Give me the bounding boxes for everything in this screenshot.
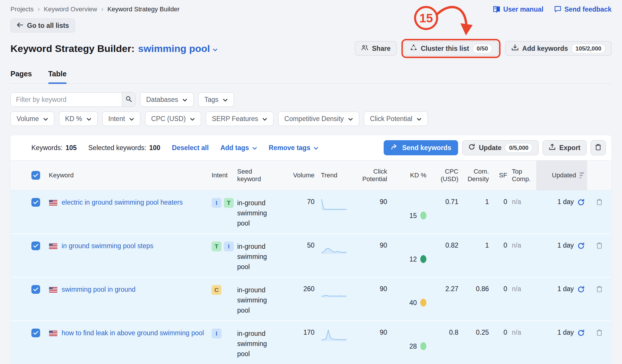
trend-sparkline — [321, 285, 347, 298]
seed-keyword: in-ground swimming pool — [237, 234, 287, 277]
row-checkbox[interactable] — [31, 198, 40, 207]
share-button[interactable]: Share — [355, 41, 397, 56]
col-header-intent[interactable]: Intent — [212, 161, 237, 190]
share-label: Share — [372, 45, 391, 53]
send-feedback-link[interactable]: Send feedback — [554, 6, 612, 13]
keyword-link[interactable]: how to find leak in above ground swimmin… — [62, 329, 204, 337]
intent-badges: TI — [212, 234, 237, 277]
sf-value: 0 — [489, 234, 507, 277]
filter-dropdown-databases[interactable]: Databases — [140, 92, 194, 107]
chevron-down-icon — [190, 115, 195, 123]
intent-badge-transactional: T — [212, 242, 221, 251]
remove-tags-dropdown[interactable]: Remove tags — [269, 144, 319, 152]
filter-dropdown-kd-[interactable]: KD % — [59, 111, 98, 126]
breadcrumb-item[interactable]: Keyword Strategy Builder — [108, 6, 180, 13]
col-header-top-comp[interactable]: Top Comp. — [507, 161, 536, 190]
top-comp-value: n/a — [507, 190, 536, 233]
chevron-down-icon — [86, 115, 92, 123]
row-refresh-icon[interactable] — [577, 199, 585, 208]
tab-pages[interactable]: Pages — [10, 70, 32, 83]
search-icon — [125, 95, 132, 104]
row-checkbox[interactable] — [31, 285, 40, 294]
filter-dropdown-serp-features[interactable]: SERP Features — [206, 111, 274, 126]
col-header-cpc[interactable]: CPC (USD) — [426, 161, 458, 190]
filter-dropdown-intent[interactable]: Intent — [102, 111, 141, 126]
add-tags-dropdown[interactable]: Add tags — [220, 144, 257, 152]
us-flag-icon — [49, 286, 58, 292]
col-header-updated[interactable]: Updated — [536, 161, 587, 190]
us-flag-icon — [49, 199, 58, 205]
col-header-volume[interactable]: Volume — [287, 161, 314, 190]
filter-dropdown-volume[interactable]: Volume — [10, 111, 54, 126]
title-row: Keyword Strategy Builder: swimming pool … — [10, 39, 612, 58]
keywords-selected: Selected keywords:100 — [88, 144, 160, 152]
chevron-down-icon — [313, 144, 319, 152]
send-feedback-label: Send feedback — [564, 6, 612, 13]
kd-value: 28 — [409, 343, 417, 350]
table-row: how to find leak in above ground swimmin… — [10, 321, 612, 364]
kd-dot — [420, 255, 426, 263]
delete-selected-button[interactable] — [591, 140, 606, 155]
add-keywords-button[interactable]: Add keywords 105/2,000 — [505, 41, 612, 56]
kd-cell: 15 — [387, 190, 426, 233]
list-name-dropdown[interactable]: swimming pool — [138, 43, 218, 54]
row-delete-button[interactable] — [587, 277, 612, 320]
breadcrumb-item[interactable]: Projects — [10, 6, 33, 13]
chevron-down-icon — [262, 115, 267, 123]
table-body: electric in ground swimming pool heaters… — [10, 190, 612, 364]
add-keywords-count-badge: 105/2,000 — [571, 44, 605, 53]
col-header-sf[interactable]: SF — [489, 161, 507, 190]
cpc-value: 0.82 — [426, 234, 458, 277]
top-comp-value: n/a — [507, 234, 536, 277]
intent-badge-transactional: T — [224, 198, 234, 208]
deselect-all-link[interactable]: Deselect all — [172, 144, 209, 152]
cluster-this-list-button[interactable]: Cluster this list 0/50 — [404, 41, 498, 56]
intent-badges: C — [212, 277, 237, 320]
col-header-kd[interactable]: KD % — [387, 161, 426, 190]
updated-value: 1 day — [557, 285, 574, 293]
seed-keyword: in-ground swimming pool — [237, 277, 287, 320]
keyword-filter — [10, 92, 135, 107]
row-refresh-icon[interactable] — [577, 329, 585, 338]
col-header-seed-keyword[interactable]: Seed keyword — [237, 161, 287, 190]
col-header-trend[interactable]: Trend — [314, 161, 352, 190]
send-keywords-label: Send keywords — [402, 144, 451, 152]
row-delete-button[interactable] — [587, 234, 612, 277]
row-checkbox[interactable] — [31, 242, 40, 250]
export-button[interactable]: Export — [543, 140, 587, 155]
keyword-link[interactable]: swimming pool in ground — [62, 285, 135, 294]
row-delete-button[interactable] — [587, 190, 612, 233]
breadcrumb-item[interactable]: Keyword Overview — [44, 6, 97, 13]
select-all-checkbox[interactable] — [31, 171, 40, 180]
row-checkbox[interactable] — [31, 329, 40, 337]
col-header-click-potential[interactable]: Click Potential — [352, 161, 387, 190]
row-delete-button[interactable] — [587, 321, 612, 364]
updated-value: 1 day — [557, 198, 574, 206]
filter-dropdown-tags[interactable]: Tags — [198, 92, 234, 107]
keyword-link[interactable]: electric in ground swimming pool heaters — [62, 198, 183, 207]
filter-dropdown-competitive-density[interactable]: Competitive Density — [278, 111, 359, 126]
keyword-filter-input[interactable] — [11, 93, 122, 107]
tab-table[interactable]: Table — [48, 70, 67, 83]
kd-dot — [420, 299, 426, 307]
cpc-value: 0.71 — [426, 190, 458, 233]
update-button[interactable]: Update 0/5,000 — [462, 140, 539, 155]
title-actions: Share Cluster this list 0/50 Add keyword… — [355, 39, 612, 58]
filters-row-2: VolumeKD %IntentCPC (USD)SERP FeaturesCo… — [10, 111, 612, 126]
col-header-keyword[interactable]: Keyword — [49, 161, 212, 190]
user-manual-label: User manual — [503, 6, 544, 13]
send-keywords-button[interactable]: Send keywords — [384, 140, 458, 155]
keyword-link[interactable]: in ground swimming pool steps — [62, 242, 153, 250]
filter-dropdown-cpc-usd-[interactable]: CPC (USD) — [145, 111, 201, 126]
updated-value: 1 day — [557, 329, 574, 336]
col-header-com-density[interactable]: Com. Density — [458, 161, 489, 190]
search-button[interactable] — [122, 93, 135, 107]
filter-dropdown-click-potential[interactable]: Click Potential — [364, 111, 428, 126]
export-icon — [549, 143, 556, 152]
row-refresh-icon[interactable] — [577, 286, 585, 295]
row-refresh-icon[interactable] — [577, 242, 585, 251]
annotation-arrowhead — [460, 23, 473, 35]
go-to-all-lists-button[interactable]: Go to all lists — [10, 19, 75, 33]
user-manual-link[interactable]: User manual — [493, 6, 544, 13]
updated-value: 1 day — [557, 242, 574, 249]
